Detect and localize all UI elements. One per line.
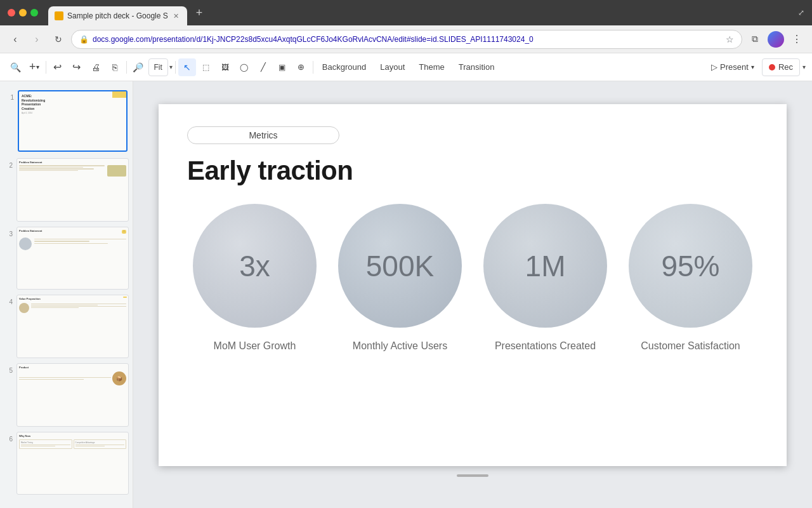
active-tab[interactable]: Sample pitch deck - Google S ✕ — [48, 6, 187, 25]
address-bar-row: ‹ › ↻ 🔒 docs.google.com/presentation/d/1… — [0, 25, 812, 53]
slide-item-4[interactable]: 4 Value Proposition — [0, 292, 133, 361]
toolbar-sep-3 — [175, 61, 176, 74]
slide-canvas[interactable]: Metrics Early traction 3x MoM User Growt… — [159, 104, 787, 466]
background-button[interactable]: Background — [316, 58, 372, 76]
slide-num-4: 4 — [4, 298, 13, 305]
slide-thumb-1[interactable]: ACME:RevolutionizingPresentationCreation… — [18, 90, 128, 152]
rec-chevron[interactable]: ▾ — [802, 64, 806, 70]
scroll-handle[interactable] — [457, 474, 488, 477]
slide-item-5[interactable]: 5 Product 📦 — [0, 361, 133, 429]
metrics-row: 3x MoM User Growth 500K Monthly Active U… — [187, 201, 758, 447]
toolbar-sep-2 — [126, 61, 127, 74]
lock-icon: 🔒 — [79, 35, 89, 44]
toolbar: 🔍 +▾ ↩ ↪ 🖨 ⎘ 🔎 Fit ▾ ↖ ⬚ 🖼 ◯ ╱ ▣ ⊕ Backg… — [0, 53, 812, 81]
tab-close-icon[interactable]: ✕ — [172, 11, 181, 20]
metric-item-2: 500K Monthly Active Users — [332, 204, 468, 353]
slide-item-6[interactable]: 6 Why Now Market Timing Competitive Adva… — [0, 429, 133, 498]
slide-num-6: 6 — [4, 436, 13, 443]
slide-thumb-3[interactable]: Problem Statement ! — [16, 227, 129, 290]
profile-avatar[interactable] — [768, 31, 784, 48]
metrics-badge: Metrics — [187, 126, 339, 144]
tab-title: Sample pitch deck - Google S — [67, 11, 168, 20]
slide-panel: 1 ACME:RevolutionizingPresentationCreati… — [0, 81, 133, 508]
metric-label-3: Presentations Created — [495, 339, 596, 353]
shapes-tool[interactable]: ◯ — [235, 58, 253, 76]
slide-thumb-6[interactable]: Why Now Market Timing Competitive Advant… — [16, 432, 129, 495]
cursor-tool[interactable]: ↖ — [178, 58, 196, 76]
browser-window: Sample pitch deck - Google S ✕ + ⤢ ‹ › ↻… — [0, 0, 812, 508]
reload-button[interactable]: ↻ — [49, 30, 67, 48]
fit-chevron[interactable]: ▾ — [169, 64, 173, 70]
zoom-button[interactable]: 🔎 — [129, 58, 147, 76]
image-tool[interactable]: 🖼 — [216, 58, 234, 76]
metric-circle-2: 500K — [338, 204, 462, 328]
select-tool[interactable]: ⬚ — [197, 58, 215, 76]
bottom-bar — [133, 466, 812, 485]
slide-item-1[interactable]: 1 ACME:RevolutionizingPresentationCreati… — [0, 86, 133, 156]
canvas-area: Metrics Early traction 3x MoM User Growt… — [133, 81, 812, 508]
slide-thumb-2[interactable]: Problem Statement — [16, 158, 129, 222]
rec-button[interactable]: Rec — [762, 58, 800, 76]
slide-num-5: 5 — [4, 367, 13, 374]
print-button[interactable]: 🖨 — [87, 58, 105, 76]
traffic-light-yellow[interactable] — [19, 9, 27, 17]
video-tool[interactable]: ▣ — [273, 58, 291, 76]
slide-item-3[interactable]: 3 Problem Statement ! — [0, 224, 133, 293]
traffic-light-red[interactable] — [8, 9, 15, 17]
undo-button[interactable]: ↩ — [49, 58, 67, 76]
metric-item-1: 3x MoM User Growth — [187, 204, 322, 353]
metric-label-2: Monthly Active Users — [353, 339, 447, 353]
metric-item-3: 1M Presentations Created — [478, 204, 613, 353]
theme-button[interactable]: Theme — [412, 58, 450, 76]
slide-thumb-5[interactable]: Product 📦 — [16, 363, 129, 427]
redo-button[interactable]: ↪ — [68, 58, 86, 76]
slide-item-2[interactable]: 2 Problem Statement — [0, 156, 133, 224]
metric-circle-1: 3x — [193, 204, 317, 328]
metric-circle-3: 1M — [483, 204, 607, 328]
tab-bar: Sample pitch deck - Google S ✕ + ⤢ — [0, 0, 812, 25]
star-icon[interactable]: ☆ — [726, 34, 734, 44]
slide-thumb-4[interactable]: Value Proposition — [16, 295, 129, 358]
tab-favicon — [55, 11, 63, 20]
present-button[interactable]: ▷ Present ▾ — [705, 58, 761, 76]
toolbar-sep-4 — [313, 61, 313, 74]
main-area: 1 ACME:RevolutionizingPresentationCreati… — [0, 81, 812, 508]
insert-button[interactable]: +▾ — [25, 58, 43, 76]
transition-button[interactable]: Transition — [452, 58, 501, 76]
new-tab-button[interactable]: + — [192, 6, 207, 20]
menu-button[interactable]: ⋮ — [788, 30, 806, 48]
metric-item-4: 95% Customer Satisfaction — [623, 204, 758, 353]
toolbar-sep-1 — [46, 61, 46, 74]
addon-tool[interactable]: ⊕ — [292, 58, 310, 76]
search-button[interactable]: 🔍 — [6, 58, 24, 76]
copy-format-button[interactable]: ⎘ — [106, 58, 124, 76]
line-tool[interactable]: ╱ — [254, 58, 272, 76]
fit-button[interactable]: Fit — [148, 58, 168, 76]
traffic-light-green[interactable] — [30, 9, 38, 17]
slide-num-2: 2 — [4, 162, 13, 169]
slide-title: Early traction — [187, 156, 758, 186]
extensions-button[interactable]: ⧉ — [746, 30, 764, 48]
slide-num-3: 3 — [4, 231, 13, 237]
url-text: docs.google.com/presentation/d/1Kj-JNCP2… — [93, 35, 722, 44]
back-button[interactable]: ‹ — [6, 30, 24, 48]
metric-circle-4: 95% — [629, 204, 752, 328]
slide-num-1: 1 — [5, 94, 14, 101]
metric-label-1: MoM User Growth — [214, 339, 296, 353]
address-box[interactable]: 🔒 docs.google.com/presentation/d/1Kj-JNC… — [71, 30, 742, 49]
expand-icon[interactable]: ⤢ — [798, 8, 804, 17]
forward-button[interactable]: › — [28, 30, 46, 48]
metric-label-4: Customer Satisfaction — [641, 339, 740, 353]
layout-button[interactable]: Layout — [374, 58, 411, 76]
traffic-lights — [8, 9, 38, 17]
